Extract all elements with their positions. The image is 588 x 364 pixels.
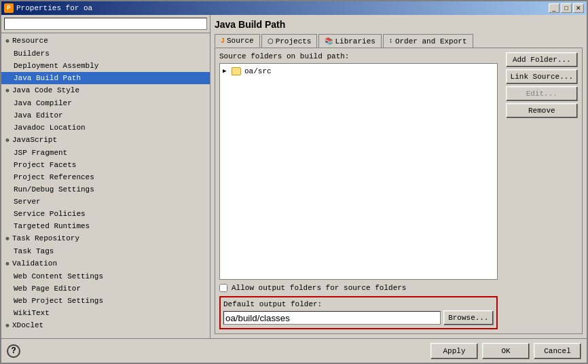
browse-button[interactable]: Browse... <box>443 310 493 325</box>
nav-item-java-code-style[interactable]: ⊕Java Code Style <box>1 84 210 97</box>
order-tab-label: Order and Export <box>395 37 467 46</box>
remove-button[interactable]: Remove <box>506 103 578 118</box>
window-title: Properties for oa <box>16 4 92 12</box>
expand-icon: ⊕ <box>4 86 11 96</box>
nav-item-java-build-path[interactable]: Java Build Path <box>1 72 210 84</box>
bottom-buttons: Apply OK Cancel <box>430 343 581 359</box>
projects-tab-icon: ⬡ <box>268 37 274 46</box>
tab-source[interactable]: J Source <box>215 34 260 48</box>
source-item-label: oa/src <box>244 66 272 77</box>
nav-item-jsp-fragment[interactable]: JSP Fragment <box>1 147 210 159</box>
expand-icon: ⊕ <box>4 259 11 270</box>
nav-item-web-project-settings[interactable]: Web Project Settings <box>1 295 210 307</box>
maximize-button[interactable]: □ <box>561 3 572 13</box>
right-buttons: Add Folder... Link Source... Edit... Rem… <box>506 52 578 329</box>
libraries-tab-icon: 📚 <box>325 37 333 46</box>
nav-item-validation[interactable]: ⊕Validation <box>1 257 210 270</box>
nav-item-javascript[interactable]: ⊕JavaScript <box>1 134 210 147</box>
nav-item-java-compiler[interactable]: Java Compiler <box>1 97 210 109</box>
expand-icon: ⊕ <box>4 135 11 146</box>
nav-item-targeted-runtimes[interactable]: Targeted Runtimes <box>1 220 210 232</box>
default-output-input[interactable] <box>223 311 441 325</box>
nav-item-project-references[interactable]: Project References <box>1 171 210 183</box>
properties-window: P Properties for oa _ □ ✕ ⊕Resource Buil… <box>0 0 588 364</box>
tab-projects[interactable]: ⬡ Projects <box>261 34 318 48</box>
tab-order-export[interactable]: ↕ Order and Export <box>383 34 473 48</box>
search-bar <box>1 15 210 33</box>
title-bar-buttons: _ □ ✕ <box>549 3 584 13</box>
nav-item-project-facets[interactable]: Project Facets <box>1 159 210 171</box>
nav-item-deployment-assembly[interactable]: Deployment Assembly <box>1 60 210 72</box>
source-tree: ▶ oa/src <box>219 63 498 280</box>
folder-icon <box>232 67 241 75</box>
libraries-tab-label: Libraries <box>335 37 375 46</box>
checkbox-area: Allow output folders for source folders <box>219 284 498 292</box>
close-button[interactable]: ✕ <box>573 3 584 13</box>
nav-item-resource[interactable]: ⊕Resource <box>1 35 210 48</box>
nav-item-task-repository[interactable]: ⊕Task Repository <box>1 232 210 245</box>
nav-item-web-page-editor[interactable]: Web Page Editor <box>1 283 210 295</box>
ok-button[interactable]: OK <box>482 343 530 359</box>
source-tree-item: ▶ oa/src <box>221 65 496 77</box>
source-tab-icon: J <box>221 37 225 45</box>
title-bar: P Properties for oa _ □ ✕ <box>1 1 587 15</box>
apply-button[interactable]: Apply <box>430 343 478 359</box>
link-source-button[interactable]: Link Source... <box>506 69 578 84</box>
default-output-label: Default output folder: <box>223 300 494 308</box>
source-tab-label: Source <box>227 37 254 45</box>
expand-icon: ⊕ <box>4 321 11 331</box>
nav-item-service-policies[interactable]: Service Policies <box>1 208 210 220</box>
nav-item-server[interactable]: Server <box>1 196 210 208</box>
minimize-button[interactable]: _ <box>549 3 559 13</box>
tabs-bar: J Source ⬡ Projects 📚 Libraries ↕ Order … <box>215 34 583 48</box>
tab-libraries[interactable]: 📚 Libraries <box>318 34 381 48</box>
nav-tree: ⊕Resource Builders Deployment Assembly J… <box>1 33 210 338</box>
main-area: Source folders on build path: ▶ oa/src <box>215 48 583 334</box>
nav-item-web-content-settings[interactable]: Web Content Settings <box>1 270 210 283</box>
window-icon: P <box>4 3 14 13</box>
add-folder-button[interactable]: Add Folder... <box>506 52 578 67</box>
nav-item-wikitext[interactable]: WikiText <box>1 307 210 319</box>
tree-expand-icon: ▶ <box>223 66 229 77</box>
panel-title: Java Build Path <box>215 19 583 30</box>
cancel-button[interactable]: Cancel <box>534 343 581 359</box>
expand-icon: ⊕ <box>4 36 11 47</box>
allow-output-label: Allow output folders for source folders <box>232 284 406 292</box>
help-button[interactable]: ? <box>7 344 20 358</box>
expand-icon: ⊕ <box>4 234 11 244</box>
bottom-bar: ? Apply OK Cancel <box>1 338 587 363</box>
left-panel: ⊕Resource Builders Deployment Assembly J… <box>1 15 210 338</box>
nav-item-xdoclet[interactable]: ⊕XDoclet <box>1 319 210 332</box>
output-section: Default output folder: Browse... <box>219 296 498 329</box>
nav-item-java-editor[interactable]: Java Editor <box>1 109 210 122</box>
projects-tab-label: Projects <box>276 37 312 46</box>
edit-button[interactable]: Edit... <box>506 86 578 101</box>
nav-item-task-tags[interactable]: Task Tags <box>1 245 210 257</box>
nav-item-run-debug[interactable]: Run/Debug Settings <box>1 183 210 196</box>
order-tab-icon: ↕ <box>389 37 393 45</box>
right-panel: Java Build Path J Source ⬡ Projects 📚 Li… <box>210 15 587 338</box>
allow-output-folders-checkbox[interactable] <box>219 284 227 292</box>
source-folders-label: Source folders on build path: <box>219 52 498 60</box>
nav-item-builders[interactable]: Builders <box>1 48 210 60</box>
search-input[interactable] <box>4 18 207 30</box>
nav-item-javadoc-location[interactable]: Javadoc Location <box>1 122 210 134</box>
